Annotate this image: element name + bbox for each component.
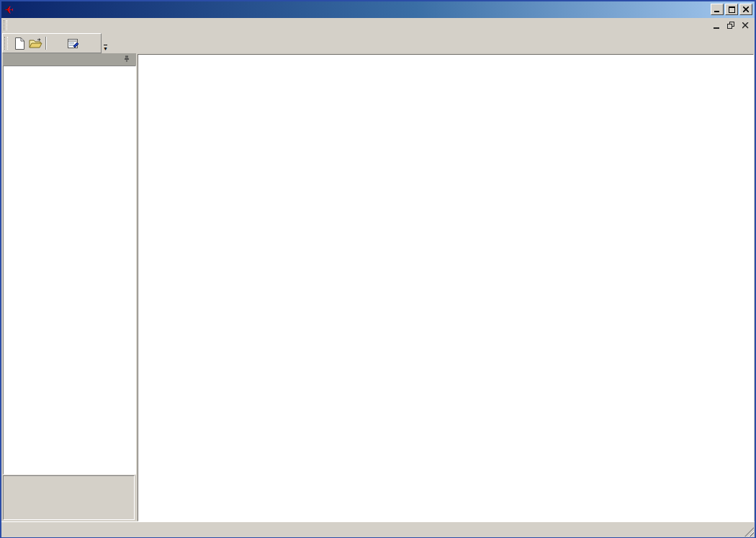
properties-panel <box>3 53 136 521</box>
close-button[interactable] <box>739 4 752 15</box>
status-bar <box>1 521 755 537</box>
menu-bar <box>1 18 755 32</box>
pin-icon[interactable] <box>124 55 130 64</box>
new-document-button[interactable] <box>11 35 27 51</box>
maximize-button[interactable] <box>725 4 738 15</box>
properties-panel-header[interactable] <box>3 53 136 66</box>
title-bar[interactable]: ✈ <box>1 1 755 18</box>
property-description-box <box>3 475 135 520</box>
toolbar-grip-handle[interactable] <box>4 37 8 50</box>
window-controls <box>711 4 752 15</box>
toolbar-band <box>2 33 102 53</box>
toolbar-overflow-button[interactable]: ▼ <box>102 34 109 53</box>
properties-icon <box>67 37 79 49</box>
calibration-button[interactable] <box>48 35 65 51</box>
open-file-button[interactable] <box>27 35 44 51</box>
open-folder-icon <box>29 38 42 49</box>
minimize-button[interactable] <box>711 4 724 15</box>
properties-grid <box>3 66 136 475</box>
spectrogram-view <box>138 54 754 521</box>
mdi-restore-button[interactable] <box>726 20 736 30</box>
menu-grip-handle[interactable] <box>4 20 7 30</box>
spectrogram-3d-chart[interactable] <box>138 55 753 521</box>
mdi-minimize-button[interactable] <box>711 20 721 30</box>
mdi-close-button[interactable] <box>740 20 750 30</box>
overflow-bar-icon <box>104 45 107 45</box>
mdi-window-controls <box>711 19 750 31</box>
properties-button[interactable] <box>65 35 81 51</box>
resize-grip[interactable] <box>744 527 754 537</box>
help-button[interactable] <box>81 35 98 51</box>
chevron-down-icon: ▼ <box>103 46 108 51</box>
app-window: ✈ <box>0 0 756 538</box>
airplane-icon: ✈ <box>4 4 14 17</box>
toolbar-separator <box>45 37 47 50</box>
new-document-icon <box>14 37 25 50</box>
toolbar: ▼ <box>1 32 755 53</box>
